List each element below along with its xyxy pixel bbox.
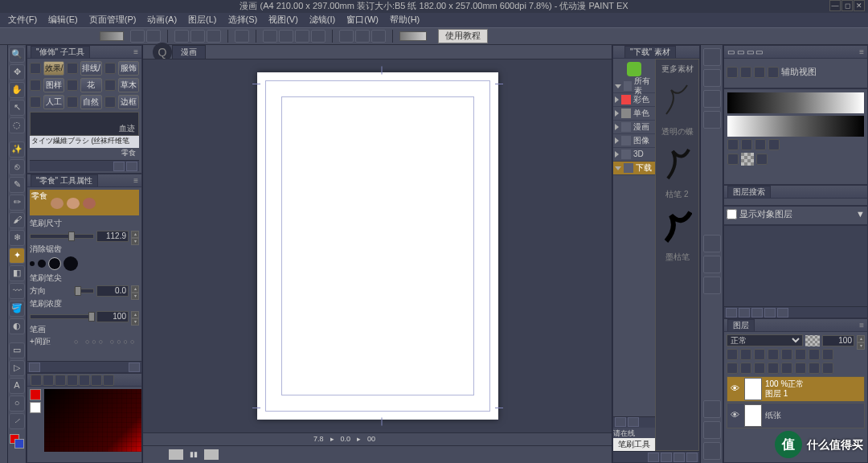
tool-text-icon[interactable]: A bbox=[9, 378, 25, 394]
density-slider[interactable] bbox=[30, 314, 94, 319]
prop-wrench-icon[interactable] bbox=[129, 363, 140, 372]
color-swatch[interactable] bbox=[10, 434, 24, 449]
cmd-rotate-icon[interactable] bbox=[295, 30, 309, 43]
mat-trash-icon[interactable] bbox=[628, 417, 639, 427]
subtool-cloth[interactable]: 服饰 bbox=[118, 61, 139, 76]
mat-foot4-icon[interactable] bbox=[686, 453, 698, 462]
lp-1-icon[interactable] bbox=[726, 308, 737, 318]
tutorial-button[interactable]: 使用教程 bbox=[438, 29, 488, 43]
tree-manga[interactable]: 漫画 bbox=[613, 121, 655, 134]
bg-swatch[interactable] bbox=[30, 402, 41, 413]
tool-zoom-icon[interactable]: 🔍 bbox=[9, 47, 25, 63]
rs-layer-icon[interactable] bbox=[703, 400, 721, 418]
close-button[interactable]: ✕ bbox=[854, 0, 865, 11]
preset-snack[interactable]: 零食 bbox=[30, 148, 139, 160]
density-stepper[interactable]: ▴▾ bbox=[131, 311, 139, 322]
la-5-icon[interactable] bbox=[781, 349, 792, 360]
tree-color[interactable]: 彩色 bbox=[613, 93, 655, 107]
toolprop-title[interactable]: "零食" 工具属性 bbox=[31, 174, 98, 186]
tool-ruler-icon[interactable]: ⟋ bbox=[9, 413, 25, 429]
spacing-dots[interactable]: ○ ○○○ ○○○○ bbox=[74, 338, 137, 346]
layer-tab[interactable]: 图层 bbox=[727, 319, 755, 331]
tree-mono[interactable]: 单色 bbox=[613, 107, 655, 121]
tool-decoration-icon[interactable]: ✦ bbox=[9, 248, 25, 264]
layer-search-title[interactable]: 图层搜索 bbox=[727, 186, 771, 198]
lb-1-icon[interactable] bbox=[727, 363, 738, 374]
tool-figure-icon[interactable]: ▭ bbox=[9, 342, 25, 359]
subtool-save-icon[interactable] bbox=[113, 162, 125, 171]
cmd-delete-icon[interactable] bbox=[235, 30, 249, 43]
nv-4-icon[interactable] bbox=[768, 139, 780, 150]
rs-info-icon[interactable] bbox=[703, 235, 721, 252]
menu-edit[interactable]: 编辑(E) bbox=[43, 14, 83, 26]
fg-swatch[interactable] bbox=[30, 389, 41, 400]
material-more-label[interactable]: 更多素材 bbox=[661, 64, 694, 74]
timeline-thumb-2[interactable] bbox=[204, 449, 219, 460]
aa-options[interactable] bbox=[30, 256, 139, 271]
tree-image[interactable]: 图像 bbox=[613, 134, 655, 148]
mat-foot2-icon[interactable] bbox=[661, 453, 672, 462]
la-8-icon[interactable] bbox=[822, 349, 833, 360]
canvas-viewport[interactable] bbox=[143, 59, 612, 432]
lp-4-icon[interactable] bbox=[764, 308, 776, 318]
preset-fiber[interactable]: タイツ繊維ブラシ (丝袜纤维笔 bbox=[30, 136, 139, 148]
lp-3-icon[interactable] bbox=[751, 308, 763, 318]
cmd-material-icon[interactable] bbox=[339, 30, 354, 43]
preset-cloud[interactable]: 血迹 bbox=[30, 112, 139, 136]
menu-file[interactable]: 文件(F) bbox=[3, 14, 42, 26]
cmd-redo-icon[interactable] bbox=[207, 30, 221, 43]
qb-3-icon[interactable] bbox=[754, 67, 765, 78]
lb-5-icon[interactable] bbox=[781, 363, 792, 374]
tone-curve-2[interactable] bbox=[727, 116, 864, 137]
angle-stepper[interactable]: ▸ bbox=[357, 435, 361, 444]
tool-selection-icon[interactable]: ▷ bbox=[9, 360, 25, 376]
cmd-crop-icon[interactable] bbox=[263, 30, 277, 43]
tone-curve[interactable] bbox=[727, 92, 864, 113]
la-1-icon[interactable] bbox=[727, 349, 738, 360]
preset-row[interactable]: 零食 bbox=[30, 190, 139, 215]
menu-filter[interactable]: 滤镜(I) bbox=[305, 14, 340, 26]
cmd-zoom-icon[interactable] bbox=[279, 30, 293, 43]
toolprop-menu-icon[interactable]: ≡ bbox=[133, 176, 138, 186]
la-6-icon[interactable] bbox=[795, 349, 806, 360]
left-tab-strip[interactable] bbox=[0, 45, 8, 463]
menu-help[interactable]: 帮助(H) bbox=[385, 14, 424, 26]
lb-2-icon[interactable] bbox=[740, 363, 751, 374]
nv-1-icon[interactable] bbox=[727, 139, 739, 150]
lb-6-icon[interactable] bbox=[795, 363, 806, 374]
subtool-pattern[interactable]: 图样 bbox=[43, 78, 64, 92]
opacity-value[interactable]: 100 bbox=[822, 335, 854, 346]
cmd-cloud-icon[interactable] bbox=[371, 30, 386, 43]
brush-tool-tag[interactable]: 笔刷工具 bbox=[613, 438, 655, 451]
brush-stroke-3[interactable] bbox=[663, 209, 692, 243]
subtool-border[interactable]: 边框 bbox=[118, 95, 139, 109]
display-target-check[interactable] bbox=[727, 209, 737, 219]
menu-window[interactable]: 窗口(W) bbox=[342, 14, 383, 26]
rs-anim-icon[interactable] bbox=[703, 277, 721, 294]
brush-stroke-2[interactable] bbox=[663, 146, 692, 180]
eye-icon[interactable]: 👁 bbox=[728, 383, 741, 394]
assets-cloud-icon[interactable] bbox=[627, 62, 641, 76]
qb-4-icon[interactable] bbox=[768, 67, 779, 78]
angle-readout[interactable]: 0.0 bbox=[341, 435, 351, 444]
zoom-readout[interactable]: 7.8 bbox=[313, 435, 324, 444]
mat-new-icon[interactable] bbox=[615, 417, 626, 427]
tool-move-icon[interactable]: ✥ bbox=[9, 64, 25, 80]
subtool-flower[interactable]: 花 bbox=[80, 78, 101, 92]
tool-fill-icon[interactable]: 🪣 bbox=[9, 301, 25, 317]
rs-subview-icon[interactable] bbox=[703, 69, 721, 87]
cmd-3d-icon[interactable] bbox=[355, 30, 370, 43]
aux-label[interactable]: 辅助视图 bbox=[781, 67, 817, 77]
tool-dropper-icon[interactable]: ⎋ bbox=[9, 159, 25, 175]
menu-anim[interactable]: 动画(A) bbox=[142, 14, 182, 26]
tree-download[interactable]: 下载 bbox=[613, 162, 655, 175]
dir-stepper[interactable]: ▴▾ bbox=[131, 285, 139, 297]
colortab-5-icon[interactable] bbox=[79, 375, 90, 386]
tool-operate-icon[interactable]: ↖ bbox=[9, 100, 25, 116]
menu-view[interactable]: 视图(V) bbox=[264, 14, 303, 26]
maximize-button[interactable]: ◻ bbox=[841, 0, 853, 11]
tool-eraser-icon[interactable]: ◧ bbox=[9, 265, 25, 281]
layer-paper[interactable]: 👁纸张 bbox=[727, 403, 865, 428]
size-value[interactable]: 112.9 bbox=[96, 231, 129, 242]
lb-7-icon[interactable] bbox=[809, 363, 820, 374]
